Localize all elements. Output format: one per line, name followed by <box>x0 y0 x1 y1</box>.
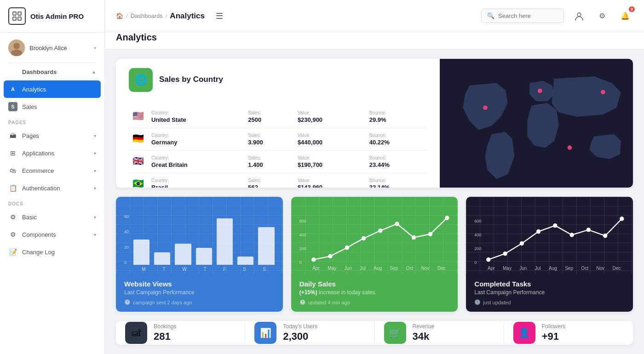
svg-point-11 <box>568 145 572 150</box>
svg-point-17 <box>378 229 382 233</box>
completed-tasks-card: 600 400 200 0 AprMayJunJulAugSepOctNovDe… <box>466 197 633 312</box>
notifications-icon[interactable]: 🔔 9 <box>617 8 633 24</box>
pages-icon: 🏔 <box>8 131 17 140</box>
svg-point-24 <box>520 241 524 245</box>
stat-item: 👤 Followers +91 <box>504 321 633 345</box>
user-section[interactable]: Brooklyn Alice ▾ <box>0 33 104 63</box>
svg-point-22 <box>487 258 490 262</box>
sidebar-logo: Otis Admin PRO <box>0 0 104 33</box>
completed-tasks-title: Completed Tasks <box>474 280 625 288</box>
search-input[interactable] <box>498 12 553 19</box>
x-label: F <box>223 267 226 272</box>
x-label: W <box>182 267 186 272</box>
sidebar-item-authentication[interactable]: 📋 Authentication ▾ <box>0 179 104 197</box>
daily-sales-card: 600 400 200 0 AprMayJunJulAugSepOctNovDe… <box>291 197 458 312</box>
breadcrumb-analytics: Analytics <box>170 11 205 21</box>
completed-tasks-subtitle: Last Campaign Performance <box>474 289 625 296</box>
sidebar-item-components[interactable]: ⚙ Components ▾ <box>0 226 104 243</box>
country-table: 🇺🇸 Country: United State Sales: 2500 Val… <box>129 106 427 188</box>
stat-icon: 👤 <box>513 322 535 344</box>
stat-item: 🛋 Bookings 281 <box>116 321 245 345</box>
authentication-chevron-icon: ▾ <box>94 186 96 191</box>
notification-badge: 9 <box>629 6 635 12</box>
completed-tasks-chart: 600 400 200 0 AprMayJunJulAugSepOctNovDe… <box>466 197 633 274</box>
sidebar-item-basic[interactable]: ⚙ Basic ▾ <box>0 208 104 226</box>
content-area: 🌐 Sales by Country 🇺🇸 Country: United St… <box>105 50 644 354</box>
completed-tasks-footer: 🕐 just updated <box>474 299 625 305</box>
basic-label: Basic <box>22 214 89 221</box>
pages-chevron-icon: ▾ <box>94 133 96 138</box>
svg-point-28 <box>587 228 591 232</box>
svg-point-9 <box>483 105 488 110</box>
settings-icon[interactable]: ⚙ <box>594 8 610 24</box>
logo-text: Otis Admin PRO <box>30 12 84 20</box>
website-views-footer: 🕐 campaign sent 2 days ago <box>124 299 275 305</box>
sales-country-left: 🌐 Sales by Country 🇺🇸 Country: United St… <box>116 59 440 188</box>
analytics-label: Analytics <box>22 86 96 93</box>
sidebar-item-changelog[interactable]: 📝 Change Log <box>0 243 104 261</box>
table-row: 🇺🇸 Country: United State Sales: 2500 Val… <box>129 106 427 128</box>
analytics-letter-icon: A <box>8 85 17 94</box>
svg-rect-1 <box>18 12 21 15</box>
svg-rect-3 <box>18 17 21 20</box>
stat-icon: 🛋 <box>125 322 147 344</box>
x-label: M <box>142 267 145 272</box>
charts-row: 60 40 20 0 MTWTFSS Website Views Last Ca… <box>116 197 633 312</box>
sales-label: Sales <box>22 103 96 110</box>
authentication-label: Authentication <box>22 185 89 192</box>
daily-sales-title: Daily Sales <box>299 280 450 288</box>
sidebar-item-analytics[interactable]: A Analytics <box>4 80 101 98</box>
changelog-icon: 📝 <box>8 247 17 257</box>
sales-by-country-title: Sales by Country <box>159 75 223 84</box>
svg-point-7 <box>577 13 581 17</box>
pages-nav-label: Pages <box>22 132 89 139</box>
svg-point-27 <box>570 233 574 237</box>
completed-tasks-info: Completed Tasks Last Campaign Performanc… <box>466 274 633 312</box>
sidebar-item-ecommerce[interactable]: 🛍 Ecommerce ▾ <box>0 162 104 179</box>
sidebar-item-applications[interactable]: ⊞ Applications ▾ <box>0 144 104 162</box>
applications-icon: ⊞ <box>8 148 17 158</box>
breadcrumb: 🏠 / Dashboards / Analytics <box>116 11 205 21</box>
applications-chevron-icon: ▾ <box>94 151 96 156</box>
sales-by-country-card: 🌐 Sales by Country 🇺🇸 Country: United St… <box>116 59 633 188</box>
sidebar: Otis Admin PRO Brooklyn Alice ▾ Dashboar… <box>0 0 105 354</box>
stat-label: Today's Users <box>283 323 317 330</box>
x-label: S <box>263 267 266 272</box>
stat-label: Bookings <box>154 323 176 330</box>
user-chevron-icon: ▾ <box>94 46 96 51</box>
daily-sales-subtitle: (+15%) increase in today sales. <box>299 289 450 296</box>
bar <box>237 257 253 265</box>
sidebar-item-pages[interactable]: 🏔 Pages ▾ <box>0 127 104 144</box>
x-label: T <box>203 267 206 272</box>
svg-point-12 <box>601 90 605 95</box>
svg-point-16 <box>362 236 365 240</box>
search-icon: 🔍 <box>487 12 494 19</box>
svg-point-29 <box>604 234 607 238</box>
bar <box>175 244 191 265</box>
bar <box>217 218 233 265</box>
svg-point-14 <box>328 254 332 258</box>
components-label: Components <box>22 231 89 238</box>
svg-rect-0 <box>13 12 16 15</box>
ecommerce-chevron-icon: ▾ <box>94 168 96 173</box>
basic-icon: ⚙ <box>8 212 17 222</box>
user-profile-icon[interactable] <box>571 8 587 24</box>
bar <box>258 227 274 265</box>
stat-value: 281 <box>154 331 176 343</box>
main-content: 🏠 / Dashboards / Analytics ☰ 🔍 ⚙ 🔔 9 Ana… <box>105 0 644 354</box>
search-box[interactable]: 🔍 <box>481 9 564 23</box>
website-views-card: 60 40 20 0 MTWTFSS Website Views Last Ca… <box>116 197 283 312</box>
avatar <box>8 40 25 56</box>
sidebar-item-dashboards[interactable]: Dashboards ▲ <box>0 63 104 80</box>
svg-point-19 <box>412 235 415 239</box>
sidebar-item-sales[interactable]: S Sales <box>0 98 104 115</box>
sales-letter-icon: S <box>8 102 17 111</box>
components-chevron-icon: ▾ <box>94 232 96 237</box>
applications-label: Applications <box>22 150 89 157</box>
hamburger-icon[interactable]: ☰ <box>216 11 223 21</box>
stat-item: 📊 Today's Users 2,300 <box>245 321 374 345</box>
daily-sales-chart: 600 400 200 0 AprMayJunJulAugSepOctNovDe… <box>291 197 458 274</box>
table-row: 🇬🇧 Country: Great Britain Sales: 1.400 V… <box>129 151 427 173</box>
x-label: T <box>162 267 165 272</box>
svg-point-20 <box>428 232 432 236</box>
